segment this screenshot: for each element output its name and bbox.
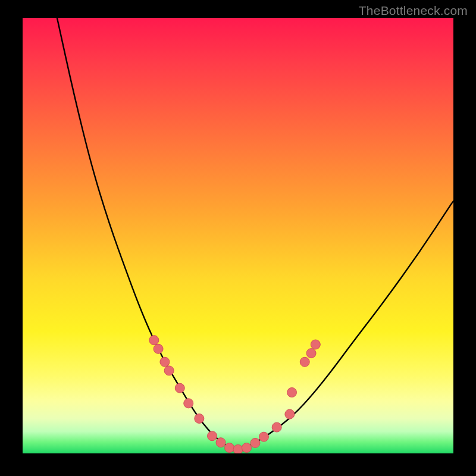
- data-marker: [225, 443, 234, 452]
- data-marker: [287, 388, 297, 397]
- data-marker: [233, 444, 243, 453]
- watermark-text: TheBottleneck.com: [359, 4, 468, 18]
- data-marker: [149, 336, 159, 345]
- data-marker: [216, 438, 226, 447]
- data-marker: [272, 422, 281, 432]
- data-marker: [311, 340, 320, 349]
- data-marker: [300, 357, 309, 367]
- data-marker: [160, 357, 170, 367]
- left-curve: [57, 18, 238, 450]
- data-marker: [195, 414, 204, 423]
- curves-svg: [23, 18, 453, 453]
- data-marker: [259, 432, 268, 441]
- data-marker: [154, 344, 163, 353]
- plot-area: [23, 18, 453, 453]
- data-marker: [285, 409, 295, 419]
- data-marker: [250, 438, 260, 447]
- right-curve: [238, 201, 453, 450]
- chart-stage: TheBottleneck.com: [0, 0, 476, 476]
- data-marker: [184, 399, 193, 408]
- data-marker: [175, 383, 184, 393]
- data-marker: [306, 349, 316, 358]
- markers-group: [149, 336, 321, 453]
- data-marker: [208, 431, 217, 441]
- data-marker: [164, 366, 174, 375]
- data-marker: [242, 443, 251, 452]
